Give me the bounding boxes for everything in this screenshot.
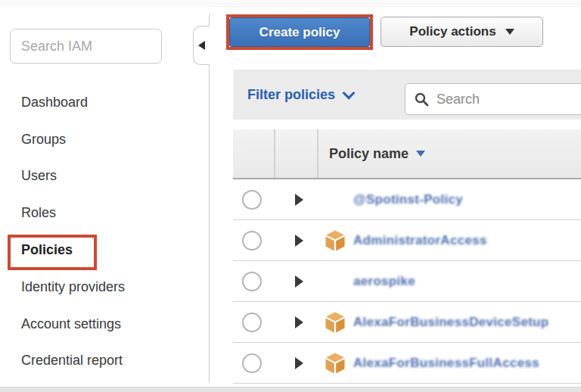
filter-policies-label: Filter policies	[247, 87, 335, 103]
expand-arrow-icon[interactable]	[295, 357, 303, 369]
create-policy-button[interactable]: Create policy	[229, 17, 370, 47]
bottom-edge	[0, 387, 581, 392]
sidebar-item-users[interactable]: Users	[21, 158, 195, 195]
aws-managed-policy-icon	[325, 353, 345, 374]
expand-arrow-icon[interactable]	[295, 316, 303, 328]
expand-arrow-icon[interactable]	[295, 275, 303, 288]
policy-name-column-header[interactable]: Policy name	[329, 129, 425, 178]
sidebar: Dashboard Groups Users Roles Policies Id…	[0, 6, 209, 387]
sidebar-search-input[interactable]	[10, 29, 162, 64]
filter-policies-dropdown[interactable]: Filter policies	[247, 70, 353, 120]
expand-arrow-icon[interactable]	[295, 194, 303, 206]
row-radio-button[interactable]	[242, 190, 262, 210]
sidebar-collapse-button[interactable]	[193, 26, 210, 65]
chevron-down-icon	[343, 87, 356, 100]
sidebar-nav: Dashboard Groups Users Roles Policies Id…	[21, 84, 195, 379]
policy-name-header-label: Policy name	[329, 146, 409, 162]
aws-managed-policy-icon	[325, 230, 345, 251]
sidebar-divider	[209, 14, 210, 382]
row-radio-button[interactable]	[242, 353, 262, 373]
column-divider	[317, 129, 318, 178]
table-row: aerospike	[233, 261, 581, 302]
search-icon	[415, 92, 429, 107]
expand-arrow-icon[interactable]	[295, 235, 303, 247]
policy-actions-label: Policy actions	[409, 24, 496, 39]
sidebar-item-label: Credential report	[21, 353, 123, 369]
policy-search-box	[405, 83, 581, 115]
sidebar-item-credential-report[interactable]: Credential report	[21, 343, 195, 380]
policy-search-input[interactable]	[435, 91, 581, 108]
sidebar-item-groups[interactable]: Groups	[21, 121, 195, 158]
aws-managed-policy-icon	[325, 312, 345, 333]
row-radio-button[interactable]	[242, 272, 262, 291]
table-row: AdministratorAccess	[233, 220, 581, 261]
policy-name-link[interactable]: AlexaForBusinessDeviceSetup	[353, 315, 548, 330]
sidebar-item-policies[interactable]: Policies	[21, 232, 195, 269]
row-radio-button[interactable]	[242, 231, 262, 250]
table-header: Policy name	[233, 129, 581, 179]
sidebar-item-label: Dashboard	[21, 95, 88, 110]
policy-name-link[interactable]: AlexaForBusinessFullAccess	[353, 356, 539, 371]
table-row: AlexaForBusinessDeviceSetup	[233, 302, 581, 343]
table-row: AlexaForBusinessFullAccess	[233, 343, 581, 384]
sidebar-item-label: Account settings	[21, 316, 121, 332]
sidebar-item-account-settings[interactable]: Account settings	[21, 306, 195, 343]
sidebar-item-dashboard[interactable]: Dashboard	[21, 84, 195, 121]
sidebar-item-label: Users	[21, 168, 57, 184]
annotation-box-create-policy: Create policy	[226, 14, 373, 50]
policy-name-link[interactable]: aerospike	[353, 274, 415, 289]
filter-bar: Filter policies	[233, 70, 581, 120]
collapse-arrow-icon	[198, 41, 205, 50]
sort-caret-icon	[416, 151, 425, 157]
policy-table: @Spotinst-Policy AdministratorAccess aer…	[233, 179, 581, 384]
policy-name-link[interactable]: @Spotinst-Policy	[353, 192, 463, 207]
sidebar-item-identity-providers[interactable]: Identity providers	[21, 269, 195, 306]
sidebar-item-label: Policies	[21, 242, 73, 258]
sidebar-item-label: Identity providers	[21, 279, 125, 295]
row-radio-button[interactable]	[242, 313, 262, 332]
table-row: @Spotinst-Policy	[233, 179, 581, 220]
column-divider	[274, 129, 275, 178]
sidebar-item-roles[interactable]: Roles	[21, 194, 195, 232]
policy-name-link[interactable]: AdministratorAccess	[353, 233, 487, 248]
sidebar-item-label: Roles	[21, 205, 56, 221]
sidebar-item-label: Groups	[21, 132, 66, 148]
caret-down-icon	[505, 29, 514, 35]
policy-actions-button[interactable]: Policy actions	[381, 17, 543, 47]
